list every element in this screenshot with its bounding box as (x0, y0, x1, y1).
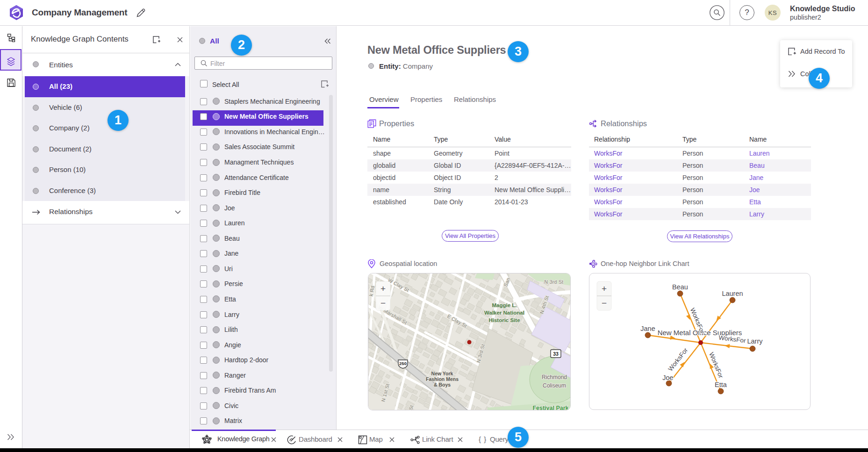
svg-text:Joe: Joe (662, 374, 673, 381)
svg-text:Maggie L.: Maggie L. (492, 302, 516, 308)
svg-text:−: − (602, 298, 607, 308)
svg-text:New York: New York (431, 371, 453, 376)
svg-text:WorksFor: WorksFor (667, 346, 689, 373)
svg-text:Larry: Larry (747, 337, 763, 345)
svg-text:Richmond: Richmond (542, 374, 567, 380)
svg-text:Lauren: Lauren (722, 290, 743, 297)
svg-text:250: 250 (399, 361, 407, 366)
svg-text:Fashion Mens: Fashion Mens (426, 376, 459, 382)
svg-text:Beau: Beau (672, 283, 688, 291)
svg-text:& Boys: & Boys (434, 382, 451, 387)
svg-text:−: − (380, 298, 386, 308)
svg-text:Etta: Etta (715, 381, 727, 388)
svg-text:N 3rd St: N 3rd St (545, 279, 564, 285)
svg-text:Historic Site: Historic Site (488, 317, 520, 323)
svg-text:Jane: Jane (640, 325, 655, 332)
svg-text:+: + (380, 284, 386, 294)
svg-text:WorksFor: WorksFor (718, 334, 746, 344)
svg-text:Walker National: Walker National (484, 310, 524, 316)
svg-text:Coliseum: Coliseum (543, 382, 566, 389)
svg-text:Festival Park: Festival Park (532, 405, 568, 410)
svg-text:33: 33 (553, 351, 559, 357)
svg-text:+: + (602, 284, 607, 294)
